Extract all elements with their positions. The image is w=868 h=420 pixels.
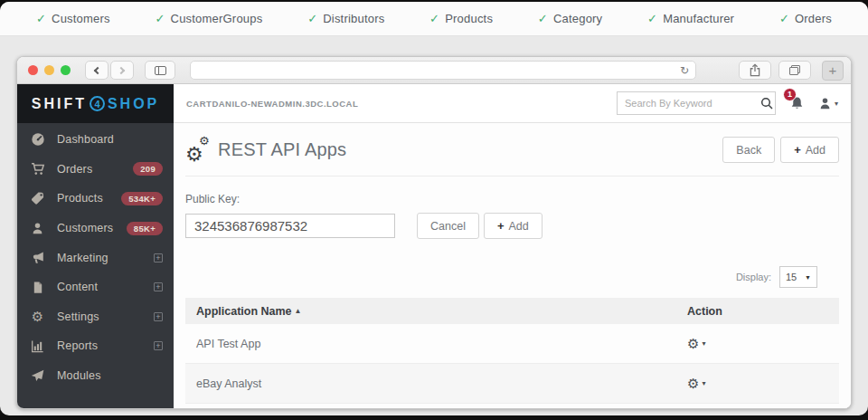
display-row: Display: 15 ▼ xyxy=(185,266,839,288)
chevron-right-icon xyxy=(118,66,125,73)
products-count-badge: 534K+ xyxy=(121,192,163,205)
sidebar-item-content[interactable]: Content + xyxy=(17,272,174,302)
browser-window: ↻ + SHIFT 4 SHOP xyxy=(16,56,852,409)
toolbar-right: + xyxy=(739,61,844,81)
screen: ✓ Customers ✓ CustomerGroups ✓ Distribut… xyxy=(0,2,868,415)
zoom-window-button[interactable] xyxy=(61,65,71,75)
sidebar-toggle-button[interactable] xyxy=(145,61,175,80)
checklist-label: Products xyxy=(445,12,493,25)
paper-plane-icon xyxy=(30,369,45,383)
checklist-item-customers: ✓ Customers xyxy=(36,12,110,25)
column-application-name[interactable]: Application Name ▲ xyxy=(185,305,687,318)
sort-asc-icon: ▲ xyxy=(295,307,302,315)
sidebar-item-label: Customers xyxy=(57,222,113,234)
cart-icon xyxy=(30,162,45,177)
confirm-add-button[interactable]: + Add xyxy=(484,213,542,239)
expand-plus-icon[interactable]: + xyxy=(154,282,163,291)
row-actions-button[interactable]: ⚙ ▾ xyxy=(687,377,839,390)
sidebar-item-marketing[interactable]: Marketing + xyxy=(17,243,174,272)
chevron-left-icon xyxy=(94,66,101,73)
address-bar[interactable]: ↻ xyxy=(190,61,696,80)
sidebar-item-label: Dashboard xyxy=(57,133,114,146)
share-button[interactable] xyxy=(739,61,771,80)
check-icon: ✓ xyxy=(779,12,789,25)
reload-icon[interactable]: ↻ xyxy=(680,64,695,77)
new-tab-button[interactable]: + xyxy=(822,61,844,81)
back-nav-button[interactable] xyxy=(85,61,108,80)
checklist-item-category: ✓ Category xyxy=(538,12,602,25)
page-header: ⚙ ⚙ REST API Apps Back + Add xyxy=(185,137,839,163)
sidebar-pane-icon xyxy=(155,66,166,75)
back-button-label: Back xyxy=(736,144,761,157)
sidebar-item-settings[interactable]: ⚙ Settings + xyxy=(17,302,174,332)
sidebar-item-products[interactable]: Products 534K+ xyxy=(17,184,174,214)
logo-four-circle: 4 xyxy=(90,96,105,111)
cancel-button-label: Cancel xyxy=(430,220,466,233)
sidebar-menu: Dashboard Orders 209 Products 534K+ xyxy=(17,123,174,390)
confirm-add-label: Add xyxy=(509,220,529,233)
checklist-label: Category xyxy=(553,12,602,25)
close-window-button[interactable] xyxy=(28,65,38,75)
search-icon[interactable] xyxy=(760,97,779,110)
address-input[interactable] xyxy=(191,62,680,79)
entity-checklist-bar: ✓ Customers ✓ CustomerGroups ✓ Distribut… xyxy=(0,2,868,36)
dashboard-icon xyxy=(30,132,45,147)
search-input[interactable] xyxy=(618,98,760,109)
share-icon xyxy=(750,63,760,77)
logo-text-shop: SHOP xyxy=(108,96,159,112)
sidebar-item-label: Orders xyxy=(57,163,92,176)
store-domain: CARTDANILO-NEWADMIN.3DC.LOCAL xyxy=(186,99,358,109)
keyword-search-box[interactable] xyxy=(617,91,776,115)
add-app-button[interactable]: + Add xyxy=(780,137,839,163)
checklist-item-customergroups: ✓ CustomerGroups xyxy=(156,12,263,25)
back-button[interactable]: Back xyxy=(722,137,775,163)
window-controls xyxy=(28,65,71,75)
chevron-down-icon: ▾ xyxy=(835,100,838,108)
cancel-button[interactable]: Cancel xyxy=(417,213,479,239)
column-label: Action xyxy=(687,305,722,318)
check-icon: ✓ xyxy=(429,12,439,25)
gears-icon: ⚙ ⚙ xyxy=(185,138,212,162)
nav-buttons xyxy=(85,61,134,80)
forward-nav-button[interactable] xyxy=(110,61,134,80)
logo-text-shift: SHIFT xyxy=(32,96,87,112)
sidebar-item-label: Marketing xyxy=(57,252,108,264)
sidebar-item-label: Reports xyxy=(57,339,98,352)
expand-plus-icon[interactable]: + xyxy=(154,341,163,350)
apps-table: Application Name ▲ Action API Test App ⚙… xyxy=(185,298,839,404)
checklist-item-orders: ✓ Orders xyxy=(779,12,832,25)
gear-icon: ⚙ xyxy=(199,135,210,147)
expand-plus-icon[interactable]: + xyxy=(154,253,163,262)
admin-header-right: 1 ▾ xyxy=(617,91,838,115)
row-actions-button[interactable]: ⚙ ▾ xyxy=(687,337,839,350)
check-icon: ✓ xyxy=(156,12,165,25)
browser-toolbar: ↻ + xyxy=(17,57,851,84)
bar-chart-icon xyxy=(30,339,45,353)
notification-count-badge: 1 xyxy=(783,88,797,101)
chevron-down-icon: ▾ xyxy=(702,379,705,387)
public-key-row: Cancel + Add xyxy=(185,213,839,239)
app-name-cell: eBay Analyst xyxy=(185,377,687,390)
shift4shop-logo: SHIFT 4 SHOP xyxy=(17,84,174,123)
sidebar-item-orders[interactable]: Orders 209 xyxy=(17,155,174,185)
column-action: Action xyxy=(687,305,839,318)
notifications-button[interactable]: 1 xyxy=(789,96,805,111)
sidebar-item-dashboard[interactable]: Dashboard xyxy=(17,125,174,155)
expand-plus-icon[interactable]: + xyxy=(154,312,163,321)
megaphone-icon xyxy=(30,251,45,265)
plus-icon: + xyxy=(497,219,505,233)
check-icon: ✓ xyxy=(36,12,46,25)
sidebar-item-reports[interactable]: Reports + xyxy=(17,331,174,361)
display-label: Display: xyxy=(736,272,771,282)
user-menu-button[interactable]: ▾ xyxy=(818,97,838,110)
public-key-input[interactable] xyxy=(185,214,395,238)
show-tabs-button[interactable] xyxy=(778,61,811,80)
sidebar-item-modules[interactable]: Modules xyxy=(17,361,174,391)
divider xyxy=(185,176,839,177)
customer-icon xyxy=(30,222,45,235)
sidebar-item-customers[interactable]: Customers 85K+ xyxy=(17,214,174,243)
plus-icon: + xyxy=(794,143,801,157)
minimize-window-button[interactable] xyxy=(44,65,54,75)
checklist-label: Manufacturer xyxy=(663,12,734,25)
display-select[interactable]: 15 ▼ xyxy=(779,266,817,288)
